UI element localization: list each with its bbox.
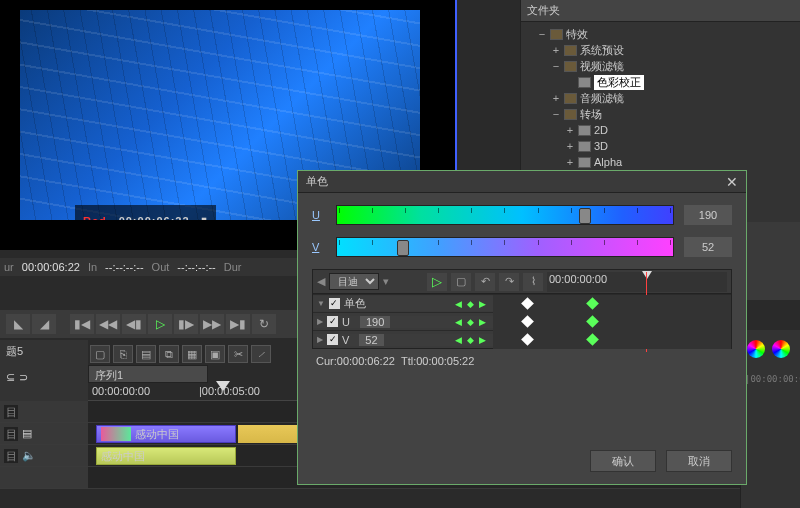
tool-paste[interactable]: ▦	[182, 345, 202, 363]
step-back-button[interactable]: ◀▮	[122, 314, 146, 334]
tree-twisty-icon[interactable]: −	[537, 28, 547, 40]
kf-track[interactable]	[493, 295, 731, 313]
tree-item[interactable]: +3D	[523, 138, 798, 154]
kf-dd-icon[interactable]: ▾	[383, 275, 389, 288]
track-toggle[interactable]: 目	[4, 405, 18, 419]
u-thumb[interactable]	[579, 208, 591, 224]
dialog-header[interactable]: 单色 ✕	[298, 171, 746, 193]
tree-item[interactable]: +音频滤镜	[523, 90, 798, 106]
kf-play-button[interactable]: ▷	[427, 273, 447, 291]
tree-twisty-icon[interactable]	[565, 76, 575, 88]
tree-item[interactable]: +系统预设	[523, 42, 798, 58]
playhead-icon[interactable]	[216, 381, 230, 391]
expand-icon[interactable]: ▶	[317, 317, 323, 326]
keyframe-icon[interactable]	[586, 315, 599, 328]
cancel-button[interactable]: 取消	[666, 450, 732, 472]
tree-twisty-icon[interactable]: +	[565, 140, 575, 152]
tree-item[interactable]: 色彩校正	[523, 74, 798, 90]
video-mute[interactable]: 目	[4, 427, 18, 441]
kf-prev[interactable]: ◀	[455, 335, 465, 345]
v-slider[interactable]	[336, 237, 674, 257]
link-icon[interactable]: ⊃	[19, 371, 28, 384]
tree-item[interactable]: −转场	[523, 106, 798, 122]
clip-thumbnail	[101, 427, 131, 441]
speaker-icon: 🔈	[22, 449, 36, 462]
tool-cut[interactable]: ✂	[228, 345, 248, 363]
kf-add[interactable]: ◆	[467, 335, 477, 345]
kf-add[interactable]: ◆	[467, 317, 477, 327]
kf-next[interactable]: ▶	[479, 299, 489, 309]
keyframe-icon[interactable]	[521, 315, 534, 328]
u-value[interactable]: 190	[684, 205, 732, 225]
tree-item[interactable]: −特效	[523, 26, 798, 42]
kf-graph-button[interactable]: ⌇	[523, 273, 543, 291]
tool-open[interactable]: ⎘	[113, 345, 133, 363]
kf-track[interactable]	[493, 331, 731, 349]
kf-param-value[interactable]: 190	[360, 316, 390, 328]
tree-item[interactable]: +2D	[523, 122, 798, 138]
kf-fwd-button[interactable]: ↷	[499, 273, 519, 291]
kf-next[interactable]: ▶	[479, 317, 489, 327]
audio-mute[interactable]: 目	[4, 449, 18, 463]
color-wheel-icon-2[interactable]	[772, 340, 790, 358]
video-clip[interactable]: 感动中国	[96, 425, 236, 443]
kf-track[interactable]	[493, 313, 731, 331]
tree-label: 色彩校正	[594, 75, 644, 90]
ok-button[interactable]: 确认	[590, 450, 656, 472]
kf-param-value[interactable]: 52	[359, 334, 383, 346]
kf-loop-button[interactable]: ▢	[451, 273, 471, 291]
tree-label: 特效	[566, 27, 588, 42]
step-fwd-button[interactable]: ▮▶	[174, 314, 198, 334]
kf-next[interactable]: ▶	[479, 335, 489, 345]
u-slider[interactable]	[336, 205, 674, 225]
tree-item[interactable]: +Alpha	[523, 154, 798, 170]
tool-new[interactable]: ▢	[90, 345, 110, 363]
tree-twisty-icon[interactable]: +	[551, 92, 561, 104]
kf-ruler[interactable]: 00:00:00:00	[547, 272, 727, 292]
tool-razor[interactable]: ⟋	[251, 345, 271, 363]
mark-out-button[interactable]: ◢	[32, 314, 56, 334]
tree-twisty-icon[interactable]: +	[565, 124, 575, 136]
kf-playhead-icon[interactable]	[642, 271, 652, 279]
mark-in-button[interactable]: ◣	[6, 314, 30, 334]
kf-row: ▶✓V52◀◆▶	[313, 330, 731, 348]
expand-icon[interactable]: ▼	[317, 299, 325, 308]
v-value[interactable]: 52	[684, 237, 732, 257]
kf-prev-icon[interactable]: ◀	[317, 275, 325, 288]
kf-checkbox[interactable]: ✓	[329, 298, 340, 309]
tool-save[interactable]: ▤	[136, 345, 156, 363]
ffwd-button[interactable]: ▶▶	[200, 314, 224, 334]
loop-button[interactable]: ↻	[252, 314, 276, 334]
expand-icon[interactable]: ▶	[317, 335, 323, 344]
keyframe-icon[interactable]	[521, 333, 534, 346]
play-button[interactable]: ▷	[148, 314, 172, 334]
tree-twisty-icon[interactable]: −	[551, 108, 561, 120]
kf-back-button[interactable]: ↶	[475, 273, 495, 291]
goto-end-button[interactable]: ▶▮	[226, 314, 250, 334]
tree-twisty-icon[interactable]: −	[551, 60, 561, 72]
keyframe-icon[interactable]	[586, 297, 599, 310]
goto-start-button[interactable]: ▮◀	[70, 314, 94, 334]
keyframe-icon[interactable]	[521, 297, 534, 310]
kf-checkbox[interactable]: ✓	[327, 316, 338, 327]
kf-current-tc: Cur:00:00:06:22 Ttl:00:00:05:22	[312, 355, 732, 367]
audio-clip[interactable]: 感动中国	[96, 447, 236, 465]
color-wheel-icon[interactable]	[747, 340, 765, 358]
rewind-button[interactable]: ◀◀	[96, 314, 120, 334]
magnet-icon[interactable]: ⊆	[6, 371, 15, 384]
tool-group[interactable]: ▣	[205, 345, 225, 363]
tree-twisty-icon[interactable]: +	[565, 156, 575, 168]
kf-add[interactable]: ◆	[467, 299, 477, 309]
tool-copy[interactable]: ⧉	[159, 345, 179, 363]
kf-prev[interactable]: ◀	[455, 299, 465, 309]
tree-item[interactable]: −视频滤镜	[523, 58, 798, 74]
kf-prev[interactable]: ◀	[455, 317, 465, 327]
kf-checkbox[interactable]: ✓	[327, 334, 338, 345]
keyframe-icon[interactable]	[586, 333, 599, 346]
v-thumb[interactable]	[397, 240, 409, 256]
kf-mode-select[interactable]: 目迪	[329, 273, 379, 290]
tree-twisty-icon[interactable]: +	[551, 44, 561, 56]
close-icon[interactable]: ✕	[726, 174, 738, 190]
sequence-tab[interactable]: 序列1	[88, 365, 208, 383]
video-icon: ▤	[22, 427, 32, 440]
